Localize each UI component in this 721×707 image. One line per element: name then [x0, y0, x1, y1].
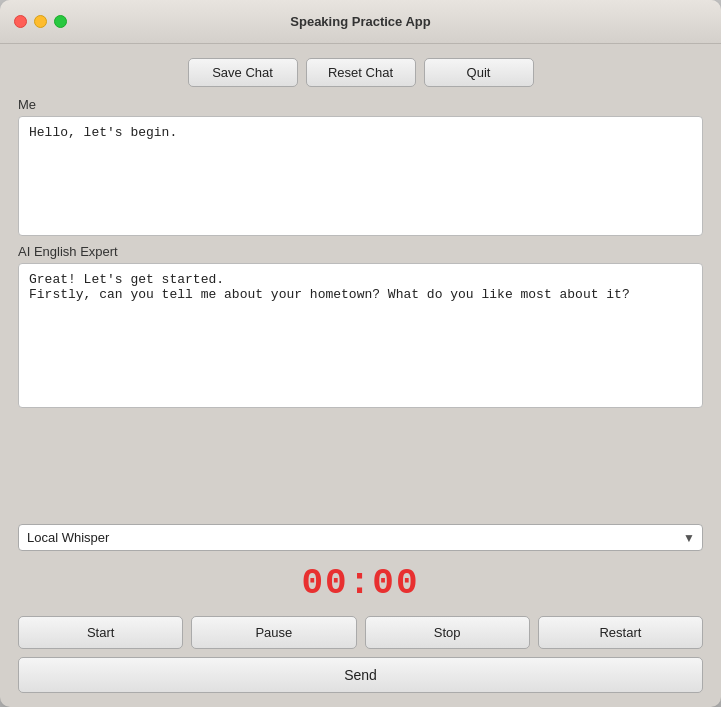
restart-button[interactable]: Restart: [538, 616, 703, 649]
minimize-button[interactable]: [34, 15, 47, 28]
main-content: Save Chat Reset Chat Quit Me AI English …: [0, 44, 721, 707]
controls-section: Local Whisper OpenAI Whisper ▼ 00:00 Sta…: [18, 524, 703, 693]
model-select-wrapper: Local Whisper OpenAI Whisper ▼: [18, 524, 703, 551]
title-bar: Speaking Practice App: [0, 0, 721, 44]
quit-button[interactable]: Quit: [424, 58, 534, 87]
user-message-textarea[interactable]: [18, 116, 703, 236]
save-chat-button[interactable]: Save Chat: [188, 58, 298, 87]
user-chat-block: Me: [18, 97, 703, 236]
send-button[interactable]: Send: [18, 657, 703, 693]
reset-chat-button[interactable]: Reset Chat: [306, 58, 416, 87]
app-window: Speaking Practice App Save Chat Reset Ch…: [0, 0, 721, 707]
user-label: Me: [18, 97, 703, 112]
close-button[interactable]: [14, 15, 27, 28]
chat-section: Me AI English Expert: [18, 97, 703, 514]
recorder-buttons: Start Pause Stop Restart: [18, 616, 703, 649]
start-button[interactable]: Start: [18, 616, 183, 649]
pause-button[interactable]: Pause: [191, 616, 356, 649]
send-row: Send: [18, 657, 703, 693]
traffic-lights: [14, 15, 67, 28]
maximize-button[interactable]: [54, 15, 67, 28]
app-title: Speaking Practice App: [290, 14, 430, 29]
timer-display: 00:00: [18, 559, 703, 608]
ai-label: AI English Expert: [18, 244, 703, 259]
ai-message-textarea[interactable]: [18, 263, 703, 408]
ai-chat-block: AI English Expert: [18, 244, 703, 408]
stop-button[interactable]: Stop: [365, 616, 530, 649]
toolbar: Save Chat Reset Chat Quit: [18, 58, 703, 87]
model-select[interactable]: Local Whisper OpenAI Whisper: [18, 524, 703, 551]
